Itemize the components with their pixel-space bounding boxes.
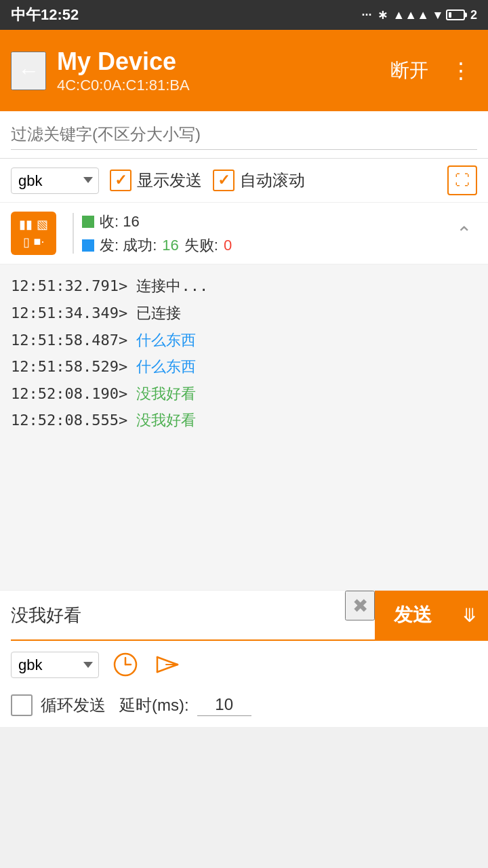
status-bar: 中午12:52 ··· ∗ ▲▲▲ ▾ 2: [0, 0, 488, 30]
disconnect-button[interactable]: 断开: [385, 52, 434, 89]
send-fail-count: 0: [224, 233, 232, 257]
log-area: 12:51:32.791> 连接中...12:51:34.349> 已连接12:…: [0, 264, 488, 590]
send-fail-prefix: 失败:: [184, 233, 218, 257]
auto-scroll-text: 自动滚动: [240, 170, 305, 191]
log-message: 连接中...: [136, 277, 208, 294]
back-button[interactable]: ←: [11, 52, 46, 90]
send-stat-prefix: 发: 成功:: [100, 233, 157, 257]
expand-button[interactable]: ⛶: [447, 165, 477, 195]
message-input[interactable]: [11, 591, 345, 639]
show-send-checkbox[interactable]: [110, 170, 131, 191]
log-timestamp: 12:51:34.349>: [11, 304, 136, 321]
stats-row: ▮▮ ▧ ▯ ■· 收: 16 发: 成功: 16 失败: 0 ⌃: [0, 203, 488, 264]
svg-line-3: [157, 657, 178, 665]
app-bar: ← My Device 4C:C0:0A:C1:81:BA 断开 ⋮: [0, 30, 488, 111]
log-timestamp: 12:52:08.190>: [11, 385, 136, 402]
grid-icon: ▧: [37, 217, 48, 232]
stats-controls-button[interactable]: ▮▮ ▧ ▯ ■·: [11, 212, 56, 255]
loop-send-label: 循环发送: [41, 694, 106, 716]
loop-row: 循环发送 延时(ms):: [0, 688, 488, 727]
log-timestamp: 12:51:32.791>: [11, 277, 136, 294]
send-icon-button[interactable]: [152, 649, 183, 680]
trash-icon: ▯: [23, 235, 30, 250]
log-timestamp: 12:51:58.487>: [11, 332, 136, 349]
svg-line-4: [157, 665, 178, 672]
recv-dot: [82, 216, 94, 228]
app-bar-actions: 断开 ⋮: [385, 52, 477, 89]
wifi-icon: ▾: [434, 7, 441, 22]
filter-bar: [0, 111, 488, 159]
filter-input[interactable]: [11, 119, 477, 150]
delay-label: 延时(ms):: [119, 694, 189, 716]
log-entry: 12:51:34.349> 已连接: [11, 300, 477, 327]
log-entry: 12:52:08.190> 没我好看: [11, 380, 477, 408]
log-message: 已连接: [136, 304, 181, 321]
delay-input[interactable]: [197, 694, 251, 716]
pause-icon: ▮▮: [19, 217, 33, 232]
clear-icon: ■·: [34, 235, 45, 250]
recv-stat-text: 收: 16: [100, 210, 140, 233]
log-message: 没我好看: [136, 412, 196, 429]
status-time: 中午12:52: [11, 5, 79, 25]
log-entry: 12:51:58.487> 什么东西: [11, 327, 477, 354]
signal-dots-icon: ···: [362, 8, 372, 22]
bluetooth-icon: ∗: [378, 7, 388, 22]
send-success-count: 16: [162, 233, 178, 257]
send-dot: [82, 239, 94, 252]
log-timestamp: 12:52:08.555>: [11, 412, 136, 429]
log-entry: 12:51:32.791> 连接中...: [11, 273, 477, 300]
history-button[interactable]: [110, 649, 141, 680]
log-entry: 12:51:58.529> 什么东西: [11, 353, 477, 380]
collapse-button[interactable]: ⌃: [451, 217, 477, 250]
status-icons: ··· ∗ ▲▲▲ ▾ 2: [362, 7, 477, 22]
auto-scroll-label[interactable]: 自动滚动: [213, 170, 305, 191]
clock-icon: [113, 652, 138, 677]
more-options-button[interactable]: ⋮: [445, 52, 477, 89]
log-message: 没我好看: [136, 385, 196, 402]
vertical-divider: [73, 213, 74, 254]
send-stat-line: 发: 成功: 16 失败: 0: [82, 233, 451, 257]
battery-icon: [446, 9, 465, 20]
bottom-area: ✖ 发送 ⤋ gbk utf-8 ascii 循环发送: [0, 590, 488, 727]
log-timestamp: 12:51:58.529>: [11, 358, 136, 375]
encoding-select-top[interactable]: gbk utf-8 ascii: [11, 167, 99, 194]
battery-level: 2: [470, 8, 477, 22]
log-entry: 12:52:08.555> 没我好看: [11, 407, 477, 434]
app-bar-title: My Device 4C:C0:0A:C1:81:BA: [57, 47, 374, 94]
signal-icon: ▲▲▲: [393, 8, 429, 22]
scroll-down-button[interactable]: ⤋: [451, 591, 488, 639]
send-icon: [155, 652, 180, 677]
show-send-text: 显示发送: [137, 170, 202, 191]
bottom-controls: gbk utf-8 ascii: [0, 641, 488, 688]
log-message: 什么东西: [136, 332, 196, 349]
device-address: 4C:C0:0A:C1:81:BA: [57, 77, 374, 94]
encoding-select-bottom[interactable]: gbk utf-8 ascii: [11, 652, 99, 678]
controls-row: gbk utf-8 ascii 显示发送 自动滚动 ⛶: [0, 159, 488, 203]
send-button[interactable]: 发送: [375, 591, 451, 639]
device-name: My Device: [57, 47, 374, 76]
loop-send-checkbox[interactable]: [11, 694, 33, 716]
recv-stat-line: 收: 16: [82, 210, 451, 233]
clear-input-button[interactable]: ✖: [345, 591, 375, 620]
log-message: 什么东西: [136, 358, 196, 375]
stats-info: 收: 16 发: 成功: 16 失败: 0: [82, 210, 451, 257]
show-send-label[interactable]: 显示发送: [110, 170, 202, 191]
auto-scroll-checkbox[interactable]: [213, 170, 235, 191]
